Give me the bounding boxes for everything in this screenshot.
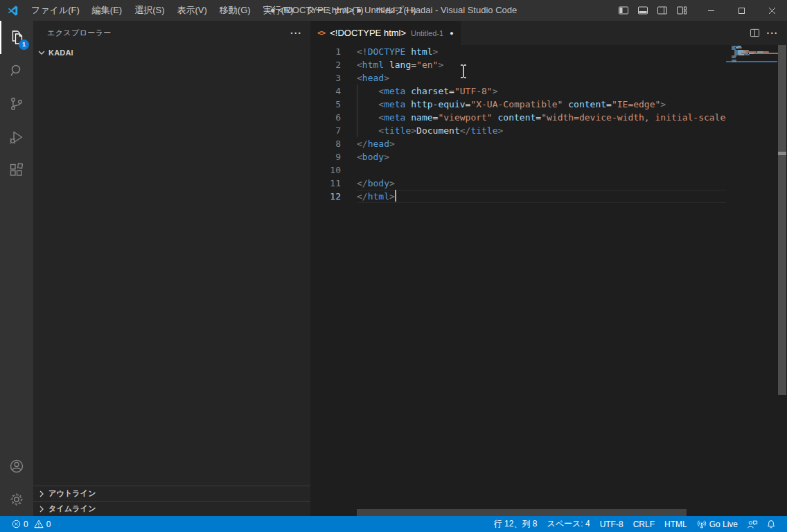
line-number[interactable]: 8 (310, 137, 341, 150)
outline-section-header[interactable]: アウトライン (33, 486, 310, 501)
code-line-5[interactable]: 5 <meta http-equiv="X-UA-Compatible" con… (310, 98, 726, 111)
vscode-window: ファイル(F)編集(E)選択(S)表示(V)移動(G)実行(R)ターミナル(T)… (0, 0, 787, 532)
timeline-section-header[interactable]: タイムライン (33, 501, 310, 516)
extensions-activity-button[interactable] (0, 154, 33, 187)
problems-indicator[interactable]: 0 0 (7, 516, 55, 532)
gear-icon (8, 491, 25, 508)
explorer-badge: 1 (19, 39, 29, 50)
vertical-scrollbar-slider[interactable] (778, 45, 786, 395)
source-control-activity-button[interactable] (0, 87, 33, 121)
code-line-11[interactable]: 11</body> (310, 177, 726, 190)
code-line-3[interactable]: 3<head> (310, 71, 726, 85)
code-line-4[interactable]: 4 <meta charset="UTF-8"> (310, 85, 726, 98)
line-number[interactable]: 5 (310, 98, 341, 111)
line-number[interactable]: 9 (310, 150, 341, 163)
split-editor-button[interactable] (745, 24, 763, 42)
editor-group: <> <!DOCTYPE html> Untitled-1 ● ··· 1<!D… (310, 21, 787, 516)
toggle-secondary-sidebar-button[interactable] (653, 0, 672, 21)
code-text (357, 163, 726, 177)
editor-more-actions-icon[interactable]: ··· (763, 24, 781, 42)
more-actions-icon[interactable]: ··· (290, 28, 302, 39)
line-number[interactable]: 1 (310, 45, 341, 58)
code-line-1[interactable]: 1<!DOCTYPE html> (310, 45, 726, 58)
sidebar-explorer: エクスプローラー ··· KADAI アウトライン タイムライン (33, 21, 310, 516)
line-number[interactable]: 11 (310, 177, 341, 190)
menu-item-2[interactable]: 選択(S) (128, 0, 170, 21)
horizontal-scrollbar[interactable] (357, 509, 726, 516)
warning-count: 0 (46, 520, 51, 529)
code-text: <body> (357, 150, 726, 163)
menu-item-0[interactable]: ファイル(F) (25, 0, 86, 21)
maximize-button[interactable] (726, 0, 757, 21)
line-number[interactable]: 10 (310, 163, 341, 177)
status-bar: 0 0 行 12、列 8 スペース: 4 UTF-8 CRLF HTML (0, 516, 787, 532)
toggle-primary-sidebar-button[interactable] (614, 0, 633, 21)
line-number[interactable]: 4 (310, 85, 341, 98)
layout-panel-icon (637, 5, 648, 16)
line-number[interactable]: 6 (310, 111, 341, 124)
code-line-7[interactable]: 7 <title>Document</title> (310, 124, 726, 137)
menu-item-6[interactable]: ターミナル(T) (300, 0, 370, 21)
search-activity-button[interactable] (0, 54, 33, 87)
minimize-button[interactable] (696, 0, 726, 21)
minimap[interactable] (726, 45, 777, 516)
folder-section-header[interactable]: KADAI (33, 45, 310, 60)
feedback-person-icon (747, 520, 758, 529)
outline-section-label: アウトライン (48, 488, 96, 499)
toggle-panel-button[interactable] (633, 0, 653, 21)
code-area[interactable]: 1<!DOCTYPE html>2<html lang="en">3<head>… (310, 45, 726, 516)
run-debug-activity-button[interactable] (0, 121, 33, 154)
code-text: </html> (357, 190, 726, 203)
code-line-2[interactable]: 2<html lang="en"> (310, 58, 726, 71)
settings-button[interactable] (0, 483, 33, 516)
modified-indicator-icon[interactable]: ● (450, 30, 453, 37)
cursor-position[interactable]: 行 12、列 8 (489, 516, 542, 532)
language-mode[interactable]: HTML (660, 516, 692, 532)
line-number[interactable]: 7 (310, 124, 341, 137)
code-text: <html lang="en"> (357, 58, 726, 71)
eol-setting[interactable]: CRLF (628, 516, 660, 532)
tab-bar: <> <!DOCTYPE html> Untitled-1 ● ··· (310, 21, 787, 45)
code-line-10[interactable]: 10 (310, 163, 726, 177)
code-line-9[interactable]: 9<body> (310, 150, 726, 163)
line-number[interactable]: 12 (310, 190, 341, 203)
horizontal-scrollbar-slider[interactable] (357, 509, 687, 516)
encoding-setting[interactable]: UTF-8 (595, 516, 628, 532)
code-text: </head> (357, 137, 726, 150)
chevron-down-icon (36, 47, 47, 58)
accounts-button[interactable] (0, 450, 33, 483)
code-line-8[interactable]: 8</head> (310, 137, 726, 150)
go-live-button[interactable]: Go Live (692, 516, 743, 532)
line-number[interactable]: 3 (310, 71, 341, 85)
tab-label: <!DOCTYPE html> (330, 28, 406, 38)
customize-layout-button[interactable] (672, 0, 691, 21)
menu-item-7[interactable]: ヘルプ(H) (370, 0, 423, 21)
notifications-bell-button[interactable] (762, 516, 780, 532)
feedback-button[interactable] (743, 516, 762, 532)
code-text: <meta name="viewport" content="width=dev… (357, 111, 726, 124)
tab-untitled-1[interactable]: <> <!DOCTYPE html> Untitled-1 ● (310, 21, 461, 45)
menu-item-1[interactable]: 編集(E) (86, 0, 128, 21)
explorer-tree[interactable] (33, 60, 310, 486)
code-line-6[interactable]: 6 <meta name="viewport" content="width=d… (310, 111, 726, 124)
account-icon (8, 458, 25, 475)
code-text: </body> (357, 177, 726, 190)
close-button[interactable] (757, 0, 787, 21)
vertical-scrollbar[interactable] (777, 45, 787, 516)
extensions-icon (8, 162, 25, 179)
broadcast-icon (697, 520, 707, 529)
sidebar-header: エクスプローラー ··· (33, 21, 310, 45)
code-line-12[interactable]: 12</html> (310, 190, 726, 203)
close-icon (768, 7, 776, 15)
menu-item-5[interactable]: 実行(R) (257, 0, 300, 21)
vscode-logo-icon (0, 0, 25, 21)
chevron-right-icon (36, 488, 47, 499)
bell-icon (766, 520, 776, 529)
title-bar: ファイル(F)編集(E)選択(S)表示(V)移動(G)実行(R)ターミナル(T)… (0, 0, 787, 21)
menu-item-3[interactable]: 表示(V) (171, 0, 213, 21)
menu-item-4[interactable]: 移動(G) (213, 0, 257, 21)
indentation-setting[interactable]: スペース: 4 (542, 516, 594, 532)
explorer-activity-button[interactable]: 1 (0, 21, 33, 54)
line-number[interactable]: 2 (310, 58, 341, 71)
code-text: <meta charset="UTF-8"> (357, 85, 726, 98)
